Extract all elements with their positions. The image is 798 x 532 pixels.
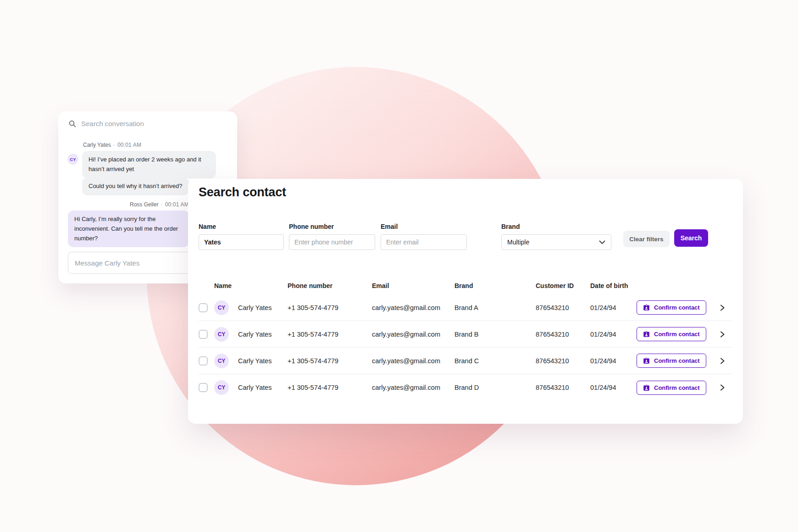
- contact-brand: Brand C: [454, 357, 536, 365]
- chevron-right-icon[interactable]: [712, 355, 732, 366]
- email-filter-label: Email: [381, 223, 467, 230]
- agent-message-meta: Ross Geller · 00:01 AM: [68, 201, 189, 208]
- customer-message-time: 00:01 AM: [117, 142, 141, 148]
- column-header-dob: Date of birth: [590, 282, 637, 289]
- email-filter-input[interactable]: [381, 234, 467, 250]
- contact-name: Carly Yates: [238, 384, 272, 391]
- brand-select-value: Multiple: [507, 238, 529, 246]
- column-header-brand: Brand: [454, 282, 536, 289]
- chat-message-bubble: Hi Carly, I’m really sorry for the incon…: [68, 211, 189, 247]
- row-checkbox[interactable]: [199, 383, 208, 392]
- customer-message-meta: Carly Yates · 00:01 AM: [83, 142, 141, 148]
- contact-customer-id: 876543210: [536, 384, 590, 391]
- avatar: CY: [214, 380, 229, 395]
- contact-dob: 01/24/94: [590, 357, 637, 365]
- meta-separator: ·: [161, 201, 163, 208]
- conversation-search-bar: [69, 119, 195, 128]
- row-checkbox[interactable]: [199, 330, 208, 339]
- contact-results-list: CY Carly Yates +1 305-574-4779 carly.yat…: [199, 294, 732, 401]
- table-row: CY Carly Yates +1 305-574-4779 carly.yat…: [199, 294, 732, 321]
- table-row: CY Carly Yates +1 305-574-4779 carly.yat…: [199, 321, 732, 348]
- name-filter-group: Name: [199, 223, 284, 250]
- row-checkbox[interactable]: [199, 303, 208, 312]
- row-checkbox[interactable]: [199, 356, 208, 366]
- table-header: Name Phone number Email Brand Customer I…: [199, 282, 732, 289]
- table-row: CY Carly Yates +1 305-574-4779 carly.yat…: [199, 374, 732, 401]
- contact-customer-id: 876543210: [536, 357, 590, 365]
- confirm-contact-button[interactable]: Confirm contact: [637, 354, 706, 368]
- contact-customer-id: 876543210: [536, 304, 590, 311]
- column-header-phone: Phone number: [288, 282, 372, 289]
- column-header-customer-id: Customer ID: [536, 282, 590, 289]
- phone-filter-label: Phone number: [289, 223, 375, 230]
- contact-badge-icon: [643, 304, 650, 311]
- phone-filter-group: Phone number: [289, 223, 375, 250]
- agent-message-time: 00:01 AM: [165, 201, 189, 208]
- search-contact-panel: Search contact Name Phone number Email B…: [188, 179, 743, 424]
- contact-phone: +1 305-574-4779: [288, 331, 372, 338]
- confirm-contact-button[interactable]: Confirm contact: [637, 327, 706, 341]
- chevron-down-icon: [599, 240, 605, 244]
- contact-dob: 01/24/94: [590, 384, 637, 391]
- avatar: CY: [214, 354, 229, 368]
- table-row: CY Carly Yates +1 305-574-4779 carly.yat…: [199, 348, 732, 374]
- contact-phone: +1 305-574-4779: [288, 357, 372, 365]
- contact-name: Carly Yates: [238, 357, 272, 365]
- contact-brand: Brand B: [454, 331, 536, 338]
- clear-filters-button[interactable]: Clear filters: [623, 231, 670, 247]
- contact-name: Carly Yates: [238, 304, 272, 311]
- contact-brand: Brand A: [454, 304, 536, 311]
- avatar: CY: [214, 327, 229, 342]
- column-header-name: Name: [214, 282, 288, 289]
- contact-dob: 01/24/94: [590, 304, 637, 311]
- chat-message-bubble: Could you tell why it hasn’t arrived?: [82, 177, 189, 195]
- contact-name: Carly Yates: [238, 331, 272, 338]
- search-icon: [69, 120, 76, 127]
- column-header-email: Email: [372, 282, 454, 289]
- meta-separator: ·: [113, 142, 115, 148]
- contact-badge-icon: [643, 357, 650, 364]
- chat-message-bubble: Hi! I’ve placed an order 2 weeks ago and…: [82, 151, 216, 178]
- brand-select[interactable]: Multiple: [501, 234, 611, 250]
- contact-email: carly.yates@gmail.com: [372, 304, 454, 311]
- contact-email: carly.yates@gmail.com: [372, 384, 454, 391]
- contact-customer-id: 876543210: [536, 331, 590, 338]
- contact-badge-icon: [643, 384, 650, 391]
- email-filter-group: Email: [381, 223, 467, 250]
- avatar: CY: [214, 300, 229, 315]
- search-button[interactable]: Search: [674, 229, 708, 247]
- contact-brand: Brand D: [454, 384, 536, 391]
- contact-email: carly.yates@gmail.com: [372, 331, 454, 338]
- customer-name-label: Carly Yates: [83, 142, 111, 148]
- page-title: Search contact: [199, 185, 286, 200]
- chevron-right-icon[interactable]: [712, 302, 732, 313]
- contact-phone: +1 305-574-4779: [288, 384, 372, 391]
- phone-filter-input[interactable]: [289, 234, 375, 250]
- confirm-contact-button[interactable]: Confirm contact: [637, 381, 706, 395]
- contact-badge-icon: [643, 331, 650, 338]
- chevron-right-icon[interactable]: [712, 382, 732, 393]
- confirm-contact-button[interactable]: Confirm contact: [637, 300, 706, 315]
- name-filter-label: Name: [199, 223, 284, 230]
- contact-phone: +1 305-574-4779: [288, 304, 372, 311]
- agent-name-label: Ross Geller: [130, 201, 159, 208]
- brand-filter-label: Brand: [501, 223, 611, 230]
- contact-dob: 01/24/94: [590, 331, 637, 338]
- name-filter-input[interactable]: [199, 234, 284, 250]
- chevron-right-icon[interactable]: [712, 329, 732, 340]
- brand-filter-group: Brand Multiple: [501, 223, 611, 250]
- desktop-background: Carly Yates · 00:01 AM CY Hi! I’ve place…: [0, 0, 798, 532]
- customer-avatar: CY: [67, 154, 78, 165]
- contact-email: carly.yates@gmail.com: [372, 357, 454, 365]
- conversation-search-input[interactable]: [80, 119, 195, 128]
